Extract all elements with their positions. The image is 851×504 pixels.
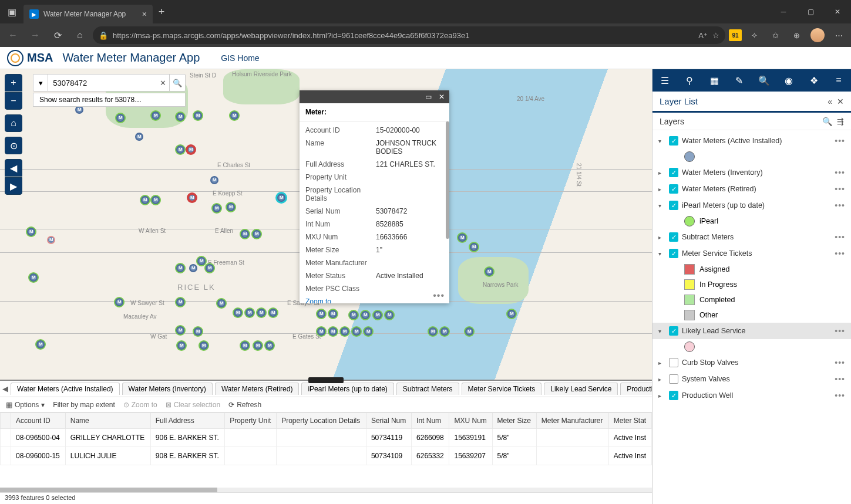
meter-point[interactable] [429, 327, 437, 336]
row-selector-header[interactable] [1, 413, 11, 429]
meter-point[interactable] [36, 340, 45, 349]
layer-checkbox[interactable]: ✓ [669, 391, 678, 400]
layer-more-icon[interactable]: ••• [835, 326, 845, 336]
back-button[interactable]: ← [4, 26, 22, 45]
column-header[interactable]: Serial Num [366, 413, 411, 429]
collapse-panel-icon[interactable]: « [828, 97, 832, 106]
layer-checkbox[interactable] [669, 374, 678, 384]
prev-extent-button[interactable]: ◀ [5, 159, 22, 177]
layer-row[interactable]: ▸ System Valves ••• [652, 371, 851, 387]
layer-label[interactable]: Subtract Meters [682, 233, 831, 241]
meter-point[interactable] [200, 341, 208, 350]
table-tab[interactable]: Subtract Meters [396, 383, 459, 395]
layer-checkbox[interactable]: ✓ [669, 201, 678, 210]
column-header[interactable]: Meter Manufacturer [536, 413, 608, 429]
favorites-icon[interactable]: ✩ [766, 26, 784, 44]
row-selector[interactable] [1, 447, 11, 465]
filter-extent-button[interactable]: Filter by map extent [53, 401, 115, 409]
meter-point[interactable] [75, 106, 83, 114]
favorite-icon[interactable]: ☆ [712, 31, 719, 40]
meter-point[interactable] [217, 299, 226, 307]
row-selector[interactable] [1, 429, 11, 447]
column-header[interactable]: Int Num [412, 413, 449, 429]
table-tab[interactable]: iPearl Meters (up to date) [301, 383, 393, 395]
gis-home-link[interactable]: GIS Home [221, 53, 259, 63]
layer-checkbox[interactable]: ✓ [669, 184, 678, 194]
meter-point[interactable] [458, 234, 466, 242]
layer-row[interactable]: ▾ ✓ Water Meters (Active Installed) ••• [652, 133, 851, 149]
browser-tab[interactable]: ▶ Water Meter Manager App × [23, 5, 153, 23]
popup-close-icon[interactable]: ✕ [436, 93, 447, 101]
layer-label[interactable]: System Valves [682, 375, 831, 383]
reader-icon[interactable]: A⁺ [698, 31, 708, 40]
layer-row[interactable]: ▾ ✓ Meter Service Tickets ••• [652, 245, 851, 262]
table-tab[interactable]: Likely Lead Service [544, 383, 618, 395]
meter-point[interactable] [374, 311, 382, 319]
table-hscroll[interactable] [0, 488, 652, 492]
bookmark-tool-icon[interactable]: ⚲ [677, 69, 702, 92]
draw-tool-icon[interactable]: ✎ [727, 69, 752, 92]
expand-icon[interactable]: ▾ [658, 138, 665, 144]
legend-tool-icon[interactable]: ☰ [652, 69, 677, 92]
layer-checkbox[interactable]: ✓ [669, 249, 678, 258]
table-tab[interactable]: Water Meters (Active Installed) [11, 383, 120, 395]
layer-label[interactable]: Meter Service Tickets [682, 249, 831, 258]
meter-point[interactable] [317, 327, 325, 336]
basemap-tool-icon[interactable]: ▦ [702, 69, 727, 92]
meter-point[interactable] [257, 309, 265, 317]
close-panel-icon[interactable]: ✕ [837, 97, 844, 106]
search-hint[interactable]: Show search results for 53078… [33, 93, 186, 107]
layer-more-icon[interactable]: ••• [835, 168, 845, 177]
new-tab-button[interactable]: + [153, 6, 170, 18]
meter-point[interactable] [230, 111, 238, 120]
layer-label[interactable]: iPearl Meters (up to date) [682, 201, 831, 209]
forward-button[interactable]: → [26, 26, 45, 45]
meter-point[interactable] [349, 311, 358, 319]
menu-tool-icon[interactable]: ≡ [826, 69, 851, 92]
meter-point[interactable] [141, 196, 149, 204]
meter-point[interactable] [189, 264, 197, 272]
table-drag-handle[interactable] [308, 377, 344, 383]
meter-point[interactable] [385, 311, 393, 319]
clear-search-icon[interactable]: ✕ [156, 75, 169, 91]
collections-icon[interactable]: ⊕ [788, 26, 805, 44]
layer-row[interactable]: ▸ ✓ Subtract Meters ••• [652, 229, 851, 245]
search-input[interactable] [48, 75, 156, 91]
search-source-dropdown[interactable]: ▾ [33, 75, 48, 91]
extensions-icon[interactable]: ✧ [745, 26, 763, 44]
search-button[interactable]: 🔍 [169, 75, 185, 91]
scroll-tabs-left[interactable]: ◀ [2, 384, 8, 393]
layer-checkbox[interactable] [669, 358, 678, 367]
layer-label[interactable]: Likely Lead Service [682, 327, 831, 335]
layer-label[interactable]: Production Well [682, 391, 831, 400]
meter-point[interactable] [329, 327, 337, 336]
meter-point[interactable] [115, 298, 123, 306]
measure-tool-icon[interactable]: ◉ [776, 69, 801, 92]
meter-point[interactable] [317, 310, 325, 318]
meter-point[interactable] [176, 146, 184, 154]
table-row[interactable]: 08-096500-04GRILLEY CHARLOTTE906 E. BARK… [1, 429, 652, 447]
close-tab-icon[interactable]: × [142, 9, 147, 19]
meter-point[interactable] [227, 203, 235, 211]
minimize-button[interactable]: ─ [770, 0, 797, 23]
meter-point[interactable] [364, 327, 372, 336]
meter-point[interactable] [177, 341, 186, 350]
meter-point[interactable] [176, 113, 184, 121]
meter-point[interactable] [176, 298, 184, 306]
meter-point[interactable] [253, 230, 261, 238]
meter-point[interactable] [507, 310, 516, 318]
more-menu-icon[interactable]: ⋯ [830, 26, 847, 44]
profile-avatar[interactable] [809, 26, 826, 44]
expand-icon[interactable]: ▸ [658, 234, 665, 241]
layer-row[interactable]: ▸ Curb Stop Valves ••• [652, 354, 851, 371]
layer-row[interactable]: ▾ ✓ Likely Lead Service ••• [652, 323, 851, 339]
meter-point[interactable] [213, 204, 221, 212]
query-tool-icon[interactable]: 🔍 [752, 69, 776, 92]
refresh-table-button[interactable]: ⟳ Refresh [228, 401, 261, 409]
layer-label[interactable]: Water Meters (Inventory) [682, 168, 831, 177]
meter-point[interactable] [440, 327, 449, 336]
column-header[interactable]: Full Address [150, 413, 224, 429]
column-header[interactable]: Meter Stat [608, 413, 651, 429]
zoom-in-button[interactable]: + [5, 74, 22, 92]
column-header[interactable]: Account ID [11, 413, 66, 429]
